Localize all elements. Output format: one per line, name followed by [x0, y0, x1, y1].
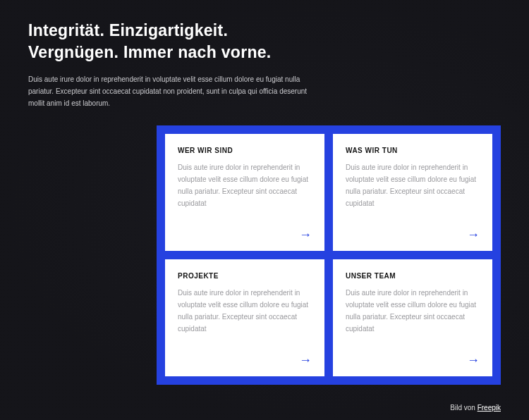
card-title: PROJEKTE	[178, 272, 312, 280]
card-body: Duis aute irure dolor in reprehenderit i…	[178, 287, 312, 354]
intro-text: Duis aute irure dolor in reprehenderit i…	[28, 73, 324, 109]
card-unser-team[interactable]: UNSER TEAM Duis aute irure dolor in repr…	[333, 259, 492, 376]
card-projekte[interactable]: PROJEKTE Duis aute irure dolor in repreh…	[165, 259, 324, 376]
arrow-right-icon[interactable]: →	[467, 228, 480, 241]
card-title: UNSER TEAM	[346, 272, 480, 280]
card-title: WER WIR SIND	[178, 147, 312, 154]
card-body: Duis aute irure dolor in reprehenderit i…	[178, 161, 312, 228]
arrow-right-icon[interactable]: →	[299, 228, 312, 241]
credit-label: Bild von	[450, 404, 475, 412]
card-was-wir-tun[interactable]: WAS WIR TUN Duis aute irure dolor in rep…	[333, 134, 492, 251]
arrow-right-icon[interactable]: →	[467, 354, 480, 366]
card-wer-wir-sind[interactable]: WER WIR SIND Duis aute irure dolor in re…	[165, 134, 324, 251]
arrow-right-icon[interactable]: →	[299, 354, 312, 366]
card-body: Duis aute irure dolor in reprehenderit i…	[346, 287, 480, 354]
cards-grid: WER WIR SIND Duis aute irure dolor in re…	[157, 125, 501, 385]
card-body: Duis aute irure dolor in reprehenderit i…	[346, 161, 480, 228]
page-title: Integrität. Einzigartigkeit. Vergnügen. …	[28, 20, 282, 63]
image-credit: Bild von Freepik	[450, 404, 501, 412]
card-title: WAS WIR TUN	[346, 147, 480, 154]
credit-link[interactable]: Freepik	[478, 404, 501, 412]
